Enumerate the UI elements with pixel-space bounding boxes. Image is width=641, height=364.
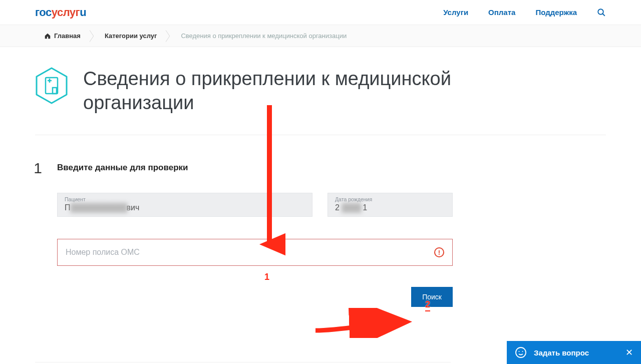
page-title: Сведения о прикреплении к медицинской ор… [83, 67, 514, 115]
main: Сведения о прикреплении к медицинской ор… [0, 47, 641, 307]
button-row: Поиск [57, 287, 453, 307]
step-body: Введите данные для проверки Пациент П███… [57, 163, 606, 307]
nav-payment[interactable]: Оплата [488, 8, 515, 17]
patient-value: П████████████вич [65, 203, 305, 212]
breadcrumb-sep [90, 25, 96, 47]
breadcrumb-home-label: Главная [54, 32, 81, 40]
logo-part-1: гос [35, 6, 52, 19]
service-hex-icon [35, 67, 68, 104]
breadcrumb: Главная Категории услуг Сведения о прикр… [0, 25, 641, 47]
dob-label: Дата рождения [335, 196, 445, 202]
step-1: 1 Введите данные для проверки Пациент П█… [35, 163, 606, 307]
patient-value-suffix: вич [127, 203, 140, 212]
svg-marker-2 [37, 68, 67, 103]
readonly-fields-row: Пациент П████████████вич Дата рождения 2… [57, 193, 606, 217]
breadcrumb-categories-label: Категории услуг [105, 32, 157, 40]
nav-right: Услуги Оплата Поддержка [443, 8, 606, 17]
arrow-right-annotation [313, 308, 413, 338]
search-button[interactable]: Поиск [411, 287, 453, 307]
breadcrumb-categories[interactable]: Категории услуг [96, 25, 166, 47]
step-number: 1 [28, 161, 42, 307]
chat-face-icon [515, 346, 527, 358]
logo-part-3: u [80, 6, 86, 19]
svg-line-1 [602, 14, 605, 16]
nav-services[interactable]: Услуги [443, 8, 468, 17]
svg-point-9 [519, 351, 520, 352]
svg-point-8 [516, 347, 526, 357]
patient-value-redacted: ████████████ [71, 203, 127, 212]
dob-value-prefix: 2 [335, 203, 340, 212]
home-icon [44, 33, 51, 40]
oms-placeholder: Номер полиса ОМС [66, 248, 140, 257]
title-row: Сведения о прикреплении к медицинской ор… [35, 67, 606, 135]
patient-field: Пациент П████████████вич [57, 193, 312, 217]
breadcrumb-sep [166, 25, 172, 47]
oms-input[interactable]: Номер полиса ОМС ! [57, 239, 453, 266]
section-divider [35, 362, 451, 362]
chat-label: Задать вопрос [534, 348, 618, 357]
breadcrumb-home[interactable]: Главная [35, 25, 90, 47]
dob-field: Дата рождения 2 ████ 1 [328, 193, 453, 217]
chat-widget[interactable]: Задать вопрос ✕ [507, 341, 641, 364]
patient-value-prefix: П [65, 203, 71, 212]
breadcrumb-current: Сведения о прикреплении к медицинской ор… [172, 25, 356, 47]
error-icon: ! [434, 247, 444, 257]
patient-label: Пациент [65, 196, 305, 202]
header: госуслугu Услуги Оплата Поддержка [0, 0, 641, 25]
dob-value: 2 ████ 1 [335, 203, 445, 212]
breadcrumb-current-label: Сведения о прикреплении к медицинской ор… [181, 32, 347, 40]
logo[interactable]: госуслугu [35, 6, 86, 19]
chat-close-icon[interactable]: ✕ [625, 348, 633, 357]
svg-point-10 [522, 351, 523, 352]
dob-value-redacted: ████ [342, 203, 360, 212]
logo-part-2: услуг [52, 6, 80, 19]
search-icon[interactable] [597, 8, 606, 17]
svg-point-0 [598, 9, 603, 15]
dob-value-suffix: 1 [363, 203, 367, 212]
step-title: Введите данные для проверки [57, 163, 606, 173]
nav-support[interactable]: Поддержка [535, 8, 577, 17]
svg-rect-6 [53, 88, 57, 94]
